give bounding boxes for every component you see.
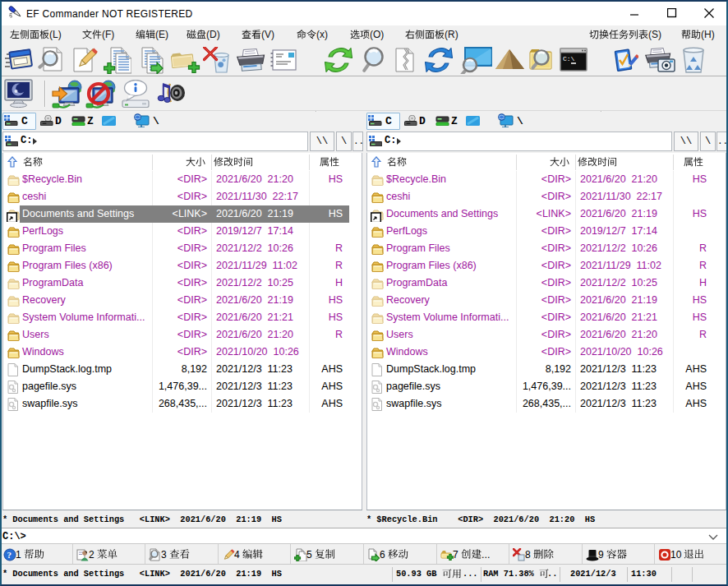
svg-text:C:\: C:\ — [563, 55, 575, 62]
svg-text:?: ? — [7, 550, 12, 560]
